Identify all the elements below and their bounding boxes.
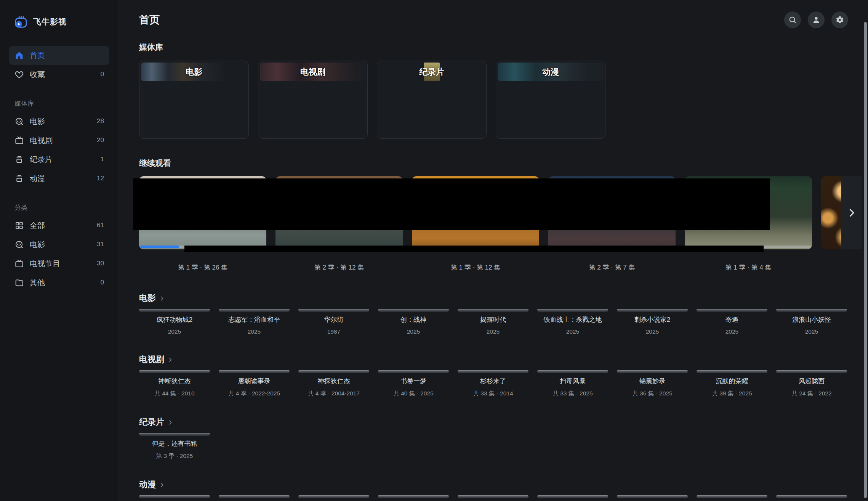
tv-icon <box>14 136 24 145</box>
sidebar-item-all[interactable]: 全部61 <box>9 216 109 235</box>
continue-card-caption: 第 2 季 · 第 12 集 <box>275 263 403 272</box>
media-item[interactable]: 扫毒风暴共 33 集 · 2025 <box>537 370 608 398</box>
topbar: 首页 <box>139 11 848 28</box>
sidebar-groups: 媒体库电影28电视剧20纪录片1动漫12分类全部61电影31电视节目30其他0 <box>9 99 109 292</box>
media-item[interactable]: 凡人修仙传共 120 集 · 2020 <box>298 495 369 501</box>
app-window: { "app": { "title": "飞牛影视" }, "header": … <box>0 0 868 501</box>
search-button[interactable] <box>784 11 801 28</box>
sidebar-item-label: 全部 <box>30 220 45 231</box>
library-card-artwork: 电视剧 <box>260 63 366 81</box>
page-title: 首页 <box>139 13 160 27</box>
media-item[interactable]: 大理寺日志共 2 季 · 2020-2023 <box>617 495 688 501</box>
media-item[interactable]: 罗小黑战记 22025 <box>378 495 449 501</box>
media-item[interactable]: 中国奇谭共 2 季 · 2023-2026 <box>139 495 210 501</box>
media-item-title: 风起陇西 <box>776 377 847 385</box>
media-row-title: 电影 <box>139 292 156 304</box>
continue-card-caption: 第 1 季 · 第 4 集 <box>685 263 812 272</box>
poster-bottom-edge <box>219 495 290 498</box>
sidebar-item-label: 电视节目 <box>30 259 60 269</box>
media-item[interactable]: 斩神之凡尘神域第 1 季 · 2024 <box>697 495 767 501</box>
media-item-title: 创：战神 <box>378 315 449 324</box>
sidebar-item-label: 电影 <box>30 116 45 127</box>
media-item[interactable]: 铁血战士：杀戮之地2025 <box>537 309 608 335</box>
sidebar-item-label: 纪录片 <box>30 154 53 165</box>
media-row-items: 但是，还有书籍第 3 季 · 2025 <box>139 433 848 460</box>
media-item-meta: 共 36 集 · 2025 <box>617 390 688 398</box>
sidebar-item-label: 电影 <box>30 239 45 250</box>
sidebar-item-cat-tv[interactable]: 电视节目30 <box>9 254 109 273</box>
media-item-title: 唐朝诡事录 <box>219 377 290 385</box>
library-card-电视剧[interactable]: 电视剧 <box>258 61 368 139</box>
sidebar-item-movies[interactable]: 电影28 <box>9 112 109 131</box>
scroll-next-panel <box>841 176 862 249</box>
media-row-header-anime[interactable]: 动漫 <box>139 479 165 490</box>
media-item[interactable]: 华尔街1987 <box>298 309 369 335</box>
poster-bottom-edge <box>298 370 369 373</box>
media-item[interactable]: 刺杀小说家22025 <box>617 309 688 335</box>
media-item[interactable]: 揭露时代2025 <box>458 309 528 335</box>
media-row-items: 疯狂动物城22025志愿军：浴血和平2025华尔街1987创：战神2025揭露时… <box>139 309 848 335</box>
media-item[interactable]: 雾山五行共 4 集 · 2020 <box>776 495 847 501</box>
sidebar-item-cat-movies[interactable]: 电影31 <box>9 235 109 254</box>
media-row-title: 纪录片 <box>139 416 164 428</box>
sidebar-item-documentary[interactable]: 纪录片1 <box>9 150 109 169</box>
library-card-电影[interactable]: 电影 <box>139 61 249 139</box>
media-item-title: 杉杉来了 <box>458 377 528 385</box>
poster-bottom-edge <box>298 309 369 312</box>
media-row-header-tv[interactable]: 电视剧 <box>139 354 173 365</box>
media-item[interactable]: 书卷一梦共 40 集 · 2025 <box>378 370 449 398</box>
media-item-title: 奇遇 <box>697 315 767 324</box>
sidebar-item-count: 30 <box>97 260 104 267</box>
media-item-title: 铁血战士：杀戮之地 <box>537 315 608 324</box>
media-item[interactable]: 沉默的荣耀共 39 集 · 2025 <box>697 370 767 398</box>
media-item-meta: 共 40 集 · 2025 <box>378 390 449 398</box>
sidebar-item-favorites[interactable]: 收藏0 <box>9 65 109 84</box>
library-card-纪录片[interactable]: 纪录片 <box>377 61 487 139</box>
media-item[interactable]: 但是，还有书籍第 3 季 · 2025 <box>139 433 210 460</box>
media-item[interactable]: 志愿军：浴血和平2025 <box>219 309 290 335</box>
chevron-right-icon[interactable] <box>846 207 857 218</box>
media-item-meta: 共 4 季 · 2022-2025 <box>219 390 290 398</box>
media-item[interactable]: 奇遇2025 <box>697 309 767 335</box>
poster-bottom-edge <box>378 495 449 498</box>
sidebar-item-anime[interactable]: 动漫12 <box>9 169 109 188</box>
poster-bottom-edge <box>458 495 528 498</box>
grid-icon <box>14 221 24 230</box>
media-item[interactable]: 唐朝诡事录共 4 季 · 2022-2025 <box>219 370 290 398</box>
library-card-artwork: 电影 <box>141 63 247 81</box>
media-item[interactable]: 神探狄仁杰共 4 季 · 2004-2017 <box>298 370 369 398</box>
media-row-header-movies[interactable]: 电影 <box>139 292 165 304</box>
sidebar-item-tv-series[interactable]: 电视剧20 <box>9 131 109 150</box>
media-item[interactable]: 剑来共 2 季 · 2024-2026 <box>219 495 290 501</box>
library-card-动漫[interactable]: 动漫 <box>496 61 605 139</box>
continue-watching-title: 继续观看 <box>139 158 848 169</box>
sidebar-item-home[interactable]: 首页 <box>9 46 109 65</box>
media-item-meta: 1987 <box>298 328 369 335</box>
poster-bottom-edge <box>537 370 608 373</box>
scrollbar-thumb[interactable] <box>864 22 867 498</box>
canister-icon <box>14 174 24 183</box>
media-item[interactable]: 创：战神2025 <box>378 309 449 335</box>
media-item[interactable]: 风起陇西共 24 集 · 2022 <box>776 370 847 398</box>
media-item-meta: 共 33 集 · 2025 <box>537 390 608 398</box>
settings-button[interactable] <box>831 11 848 28</box>
gear-icon <box>835 15 844 24</box>
media-item-meta: 2025 <box>537 328 608 335</box>
media-item[interactable]: 神断狄仁杰共 44 集 · 2010 <box>139 370 210 398</box>
media-item-meta: 2025 <box>697 328 767 335</box>
media-item[interactable]: 杉杉来了共 33 集 · 2014 <box>458 370 528 398</box>
media-item-meta: 共 39 集 · 2025 <box>697 390 767 398</box>
media-item[interactable]: 疯狂动物城22025 <box>139 309 210 335</box>
media-item[interactable]: 罗小黑战记第 1 季 · 2011 <box>537 495 608 501</box>
media-item[interactable]: 浪浪山小妖怪2025 <box>776 309 847 335</box>
sidebar-item-count: 61 <box>97 222 104 229</box>
sidebar-item-label: 首页 <box>30 50 45 61</box>
poster-bottom-edge <box>537 309 608 312</box>
user-button[interactable] <box>808 11 825 28</box>
media-row-header-docs[interactable]: 纪录片 <box>139 416 173 428</box>
library-card-artwork: 纪录片 <box>379 63 485 81</box>
media-item[interactable]: 罗小黑战记2019 <box>458 495 528 501</box>
media-item[interactable]: 锦囊妙录共 36 集 · 2025 <box>617 370 688 398</box>
media-item-meta: 共 24 集 · 2022 <box>776 390 847 398</box>
sidebar-item-other[interactable]: 其他0 <box>9 273 109 292</box>
